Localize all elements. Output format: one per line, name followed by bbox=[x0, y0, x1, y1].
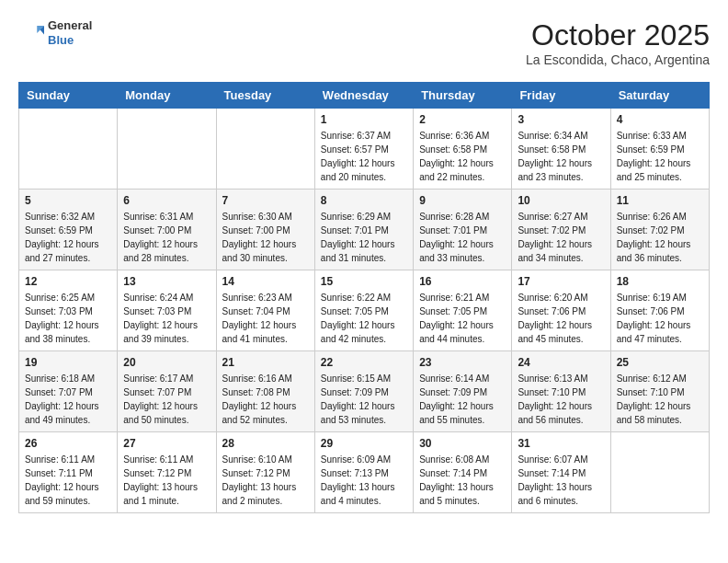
day-info: Sunrise: 6:24 AM Sunset: 7:03 PM Dayligh… bbox=[123, 291, 210, 346]
weekday-header-wednesday: Wednesday bbox=[314, 83, 413, 109]
day-cell: 14Sunrise: 6:23 AM Sunset: 7:04 PM Dayli… bbox=[216, 270, 314, 351]
day-cell bbox=[610, 432, 709, 513]
day-cell bbox=[19, 109, 118, 190]
day-cell: 9Sunrise: 6:28 AM Sunset: 7:01 PM Daylig… bbox=[414, 190, 512, 270]
day-info: Sunrise: 6:20 AM Sunset: 7:06 PM Dayligh… bbox=[518, 291, 604, 346]
logo-blue-text: Blue bbox=[48, 33, 92, 48]
logo-icon bbox=[18, 20, 44, 46]
day-info: Sunrise: 6:19 AM Sunset: 7:06 PM Dayligh… bbox=[617, 291, 703, 346]
day-cell: 16Sunrise: 6:21 AM Sunset: 7:05 PM Dayli… bbox=[414, 270, 512, 351]
day-cell: 7Sunrise: 6:30 AM Sunset: 7:00 PM Daylig… bbox=[216, 190, 314, 270]
day-cell: 23Sunrise: 6:14 AM Sunset: 7:09 PM Dayli… bbox=[414, 351, 512, 432]
day-info: Sunrise: 6:13 AM Sunset: 7:10 PM Dayligh… bbox=[518, 372, 604, 427]
day-info: Sunrise: 6:32 AM Sunset: 6:59 PM Dayligh… bbox=[25, 210, 111, 265]
day-number: 15 bbox=[321, 275, 407, 288]
day-info: Sunrise: 6:33 AM Sunset: 6:59 PM Dayligh… bbox=[617, 129, 703, 184]
day-info: Sunrise: 6:18 AM Sunset: 7:07 PM Dayligh… bbox=[25, 372, 111, 427]
day-number: 28 bbox=[222, 437, 309, 450]
day-info: Sunrise: 6:08 AM Sunset: 7:14 PM Dayligh… bbox=[419, 453, 506, 508]
day-cell: 3Sunrise: 6:34 AM Sunset: 6:58 PM Daylig… bbox=[512, 109, 610, 190]
day-info: Sunrise: 6:28 AM Sunset: 7:01 PM Dayligh… bbox=[419, 210, 506, 265]
week-row-1: 5Sunrise: 6:32 AM Sunset: 6:59 PM Daylig… bbox=[19, 190, 710, 270]
day-number: 6 bbox=[123, 194, 210, 207]
day-cell: 17Sunrise: 6:20 AM Sunset: 7:06 PM Dayli… bbox=[512, 270, 610, 351]
title-block: October 2025 La Escondida, Chaco, Argent… bbox=[526, 18, 710, 67]
day-info: Sunrise: 6:22 AM Sunset: 7:05 PM Dayligh… bbox=[321, 291, 407, 346]
day-info: Sunrise: 6:29 AM Sunset: 7:01 PM Dayligh… bbox=[321, 210, 407, 265]
day-cell: 21Sunrise: 6:16 AM Sunset: 7:08 PM Dayli… bbox=[216, 351, 314, 432]
day-number: 4 bbox=[617, 113, 703, 126]
day-info: Sunrise: 6:09 AM Sunset: 7:13 PM Dayligh… bbox=[321, 453, 407, 508]
day-info: Sunrise: 6:36 AM Sunset: 6:58 PM Dayligh… bbox=[419, 129, 506, 184]
day-number: 16 bbox=[419, 275, 506, 288]
day-number: 7 bbox=[222, 194, 309, 207]
day-number: 19 bbox=[25, 356, 111, 369]
day-number: 27 bbox=[123, 437, 210, 450]
weekday-header-thursday: Thursday bbox=[414, 83, 512, 109]
day-info: Sunrise: 6:25 AM Sunset: 7:03 PM Dayligh… bbox=[25, 291, 111, 346]
weekday-header-sunday: Sunday bbox=[19, 83, 118, 109]
day-info: Sunrise: 6:23 AM Sunset: 7:04 PM Dayligh… bbox=[222, 291, 309, 346]
day-info: Sunrise: 6:31 AM Sunset: 7:00 PM Dayligh… bbox=[123, 210, 210, 265]
day-number: 12 bbox=[25, 275, 111, 288]
day-info: Sunrise: 6:30 AM Sunset: 7:00 PM Dayligh… bbox=[222, 210, 309, 265]
day-number: 9 bbox=[419, 194, 506, 207]
day-cell: 6Sunrise: 6:31 AM Sunset: 7:00 PM Daylig… bbox=[118, 190, 216, 270]
day-cell: 5Sunrise: 6:32 AM Sunset: 6:59 PM Daylig… bbox=[19, 190, 118, 270]
weekday-header-saturday: Saturday bbox=[610, 83, 709, 109]
day-cell: 4Sunrise: 6:33 AM Sunset: 6:59 PM Daylig… bbox=[610, 109, 709, 190]
month-title: October 2025 bbox=[526, 18, 710, 52]
day-info: Sunrise: 6:11 AM Sunset: 7:12 PM Dayligh… bbox=[123, 453, 210, 508]
day-cell: 18Sunrise: 6:19 AM Sunset: 7:06 PM Dayli… bbox=[610, 270, 709, 351]
week-row-4: 26Sunrise: 6:11 AM Sunset: 7:11 PM Dayli… bbox=[19, 432, 710, 513]
day-cell: 19Sunrise: 6:18 AM Sunset: 7:07 PM Dayli… bbox=[19, 351, 118, 432]
day-cell: 25Sunrise: 6:12 AM Sunset: 7:10 PM Dayli… bbox=[610, 351, 709, 432]
day-cell: 2Sunrise: 6:36 AM Sunset: 6:58 PM Daylig… bbox=[414, 109, 512, 190]
day-info: Sunrise: 6:37 AM Sunset: 6:57 PM Dayligh… bbox=[321, 129, 407, 184]
day-number: 11 bbox=[617, 194, 703, 207]
day-cell: 24Sunrise: 6:13 AM Sunset: 7:10 PM Dayli… bbox=[512, 351, 610, 432]
page-header: General Blue October 2025 La Escondida, … bbox=[18, 18, 710, 67]
day-number: 30 bbox=[419, 437, 506, 450]
day-number: 10 bbox=[518, 194, 604, 207]
day-info: Sunrise: 6:16 AM Sunset: 7:08 PM Dayligh… bbox=[222, 372, 309, 427]
day-number: 26 bbox=[25, 437, 111, 450]
day-number: 23 bbox=[419, 356, 506, 369]
day-cell: 22Sunrise: 6:15 AM Sunset: 7:09 PM Dayli… bbox=[314, 351, 413, 432]
location-subtitle: La Escondida, Chaco, Argentina bbox=[526, 52, 710, 67]
day-number: 29 bbox=[321, 437, 407, 450]
weekday-header-tuesday: Tuesday bbox=[216, 83, 314, 109]
day-number: 31 bbox=[518, 437, 604, 450]
day-info: Sunrise: 6:34 AM Sunset: 6:58 PM Dayligh… bbox=[518, 129, 604, 184]
logo: General Blue bbox=[18, 18, 92, 47]
day-cell: 1Sunrise: 6:37 AM Sunset: 6:57 PM Daylig… bbox=[314, 109, 413, 190]
day-cell: 30Sunrise: 6:08 AM Sunset: 7:14 PM Dayli… bbox=[414, 432, 512, 513]
weekday-header-monday: Monday bbox=[118, 83, 216, 109]
day-cell: 27Sunrise: 6:11 AM Sunset: 7:12 PM Dayli… bbox=[118, 432, 216, 513]
day-cell: 10Sunrise: 6:27 AM Sunset: 7:02 PM Dayli… bbox=[512, 190, 610, 270]
day-info: Sunrise: 6:15 AM Sunset: 7:09 PM Dayligh… bbox=[321, 372, 407, 427]
week-row-0: 1Sunrise: 6:37 AM Sunset: 6:57 PM Daylig… bbox=[19, 109, 710, 190]
day-cell bbox=[216, 109, 314, 190]
week-row-2: 12Sunrise: 6:25 AM Sunset: 7:03 PM Dayli… bbox=[19, 270, 710, 351]
day-number: 21 bbox=[222, 356, 309, 369]
day-cell: 8Sunrise: 6:29 AM Sunset: 7:01 PM Daylig… bbox=[314, 190, 413, 270]
day-info: Sunrise: 6:27 AM Sunset: 7:02 PM Dayligh… bbox=[518, 210, 604, 265]
day-number: 2 bbox=[419, 113, 506, 126]
svg-rect-0 bbox=[18, 20, 44, 46]
calendar-table: SundayMondayTuesdayWednesdayThursdayFrid… bbox=[18, 82, 710, 513]
day-number: 3 bbox=[518, 113, 604, 126]
weekday-header-row: SundayMondayTuesdayWednesdayThursdayFrid… bbox=[19, 83, 710, 109]
day-cell: 13Sunrise: 6:24 AM Sunset: 7:03 PM Dayli… bbox=[118, 270, 216, 351]
day-cell: 11Sunrise: 6:26 AM Sunset: 7:02 PM Dayli… bbox=[610, 190, 709, 270]
day-number: 20 bbox=[123, 356, 210, 369]
day-number: 25 bbox=[617, 356, 703, 369]
day-info: Sunrise: 6:07 AM Sunset: 7:14 PM Dayligh… bbox=[518, 453, 604, 508]
day-info: Sunrise: 6:26 AM Sunset: 7:02 PM Dayligh… bbox=[617, 210, 703, 265]
day-number: 24 bbox=[518, 356, 604, 369]
day-cell: 12Sunrise: 6:25 AM Sunset: 7:03 PM Dayli… bbox=[19, 270, 118, 351]
day-cell: 20Sunrise: 6:17 AM Sunset: 7:07 PM Dayli… bbox=[118, 351, 216, 432]
day-info: Sunrise: 6:10 AM Sunset: 7:12 PM Dayligh… bbox=[222, 453, 309, 508]
day-info: Sunrise: 6:11 AM Sunset: 7:11 PM Dayligh… bbox=[25, 453, 111, 508]
logo-text: General Blue bbox=[48, 18, 92, 47]
